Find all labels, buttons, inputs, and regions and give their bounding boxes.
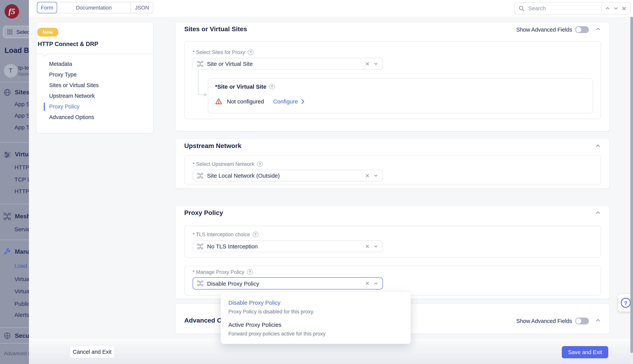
form-nav-card: New HTTP Connect & DRP Metadata Proxy Ty… (36, 22, 153, 133)
view-tabs: Form Documentation JSON (37, 2, 153, 13)
search-next-icon[interactable] (613, 6, 618, 11)
section-title: Sites or Virtual Sites (184, 26, 247, 33)
form-nav-item-proxy-policy[interactable]: Proxy Policy (49, 104, 80, 110)
chevron-right-icon (301, 99, 304, 104)
section-sites-card: Sites or Virtual Sites Show Advanced Fie… (175, 22, 610, 131)
sidebar-item: App S (15, 112, 29, 119)
clear-icon[interactable]: ✕ (365, 172, 370, 178)
sidebar-group-security: Secur (4, 332, 29, 340)
field-label: * Select Sites for Proxy ? (193, 50, 253, 55)
help-icon[interactable]: ? (257, 161, 263, 167)
nested-status-row: Not configured Configure (215, 98, 304, 105)
field-group-box: * Select Sites for Proxy ? Site or Virtu… (184, 41, 601, 119)
clear-icon[interactable]: ✕ (365, 280, 370, 286)
warning-icon (215, 98, 222, 105)
screen: f5 Select Load Ba T tp-te Name Sites App… (0, 0, 633, 364)
form-nav-item-sites[interactable]: Sites or Virtual Sites (49, 82, 99, 88)
form-nav-item-upstream[interactable]: Upstream Network (49, 93, 95, 99)
sidebar-group-sites: Sites (4, 88, 29, 96)
scrollbar-track[interactable] (630, 17, 633, 364)
sidebar-item: Virtua (15, 276, 29, 282)
field-label: * Select Upstream Network ? (193, 161, 263, 167)
collapse-section-icon[interactable] (596, 319, 600, 322)
sidebar-item: HTTP (15, 164, 29, 170)
question-icon: ? (621, 298, 631, 308)
mesh-ref-icon (197, 280, 203, 286)
collapse-section-icon[interactable] (596, 144, 600, 147)
sidebar-group-label: Secur (15, 332, 29, 339)
tab-form[interactable]: Form (37, 2, 57, 13)
sidebar-item: Public (15, 300, 29, 307)
sites-for-proxy-select[interactable]: Site or Virtual Site ✕ (193, 58, 383, 70)
save-button[interactable]: Save and Exit (562, 346, 608, 358)
search-input[interactable] (528, 5, 598, 12)
collapse-section-icon[interactable] (596, 28, 600, 30)
configure-link[interactable]: Configure (273, 98, 304, 104)
sidebar-item: Servic (15, 226, 29, 232)
chevron-down-icon[interactable] (373, 61, 378, 66)
clear-icon[interactable]: ✕ (365, 61, 370, 67)
status-text: Not configured (227, 98, 264, 104)
dropdown-option[interactable]: Active Proxy Policies (228, 322, 281, 328)
avatar: T (4, 64, 18, 78)
show-advanced-toggle[interactable] (575, 318, 589, 324)
tab-documentation[interactable]: Documentation (57, 2, 131, 13)
divider (37, 54, 154, 54)
field-group-box: * Manage Proxy Policy ? Disable Proxy Po… (184, 266, 601, 296)
clear-icon[interactable]: ✕ (365, 243, 370, 249)
workspace-subtitle: Name (18, 72, 29, 77)
field-group-box: * TLS Interception choice ? No TLS Inter… (184, 226, 601, 258)
dimmed-sidebar: f5 Select Load Ba T tp-te Name Sites App… (0, 0, 29, 364)
sidebar-footer-note: Advanced na (4, 351, 29, 356)
select-value: Site Local Network (Outside) (207, 172, 362, 179)
form-nav-item-advanced[interactable]: Advanced Options (49, 114, 94, 120)
divider (0, 82, 29, 82)
show-advanced-toggle[interactable] (575, 26, 589, 33)
connector-line (198, 70, 199, 95)
sidebar-item: App Tr (15, 124, 29, 130)
help-icon[interactable]: ? (248, 50, 253, 55)
help-icon[interactable]: ? (269, 84, 275, 90)
sidebar-group-virtual: Virtua (4, 150, 29, 158)
active-nav-indicator (44, 103, 45, 111)
search-prev-icon[interactable] (605, 6, 610, 11)
help-icon[interactable]: ? (247, 269, 253, 275)
connector-line (198, 94, 204, 95)
modal-topbar: Form Documentation JSON (29, 0, 633, 17)
section-title: Proxy Policy (184, 209, 223, 217)
dropdown-option-selected[interactable]: Disable Proxy Policy (228, 299, 280, 306)
scrollbar-thumb[interactable] (630, 17, 633, 353)
sidebar-item-active: Load Ba (15, 262, 29, 269)
search-close-icon[interactable] (621, 6, 626, 11)
section-upstream-card: Upstream Network * Select Upstream Netwo… (175, 138, 610, 189)
sidebar-item: HTTP (15, 188, 29, 194)
new-badge: New (37, 28, 58, 36)
upstream-network-select[interactable]: Site Local Network (Outside) ✕ (193, 170, 383, 182)
chevron-down-icon[interactable] (373, 173, 378, 178)
nested-title: *Site or Virtual Site ? (215, 83, 275, 90)
field-label: * TLS Interception choice ? (193, 232, 258, 237)
tls-interception-select[interactable]: No TLS Interception ✕ (193, 240, 383, 252)
sidebar-group-label: Virtua (15, 151, 29, 158)
manage-proxy-policy-select[interactable]: Disable Proxy Policy ✕ (193, 277, 383, 290)
form-nav-item-metadata[interactable]: Metadata (49, 61, 72, 67)
chevron-down-icon[interactable] (373, 244, 378, 249)
shield-icon (4, 332, 11, 340)
collapse-section-icon[interactable] (596, 211, 600, 214)
form-nav-item-proxy-type[interactable]: Proxy Type (49, 72, 77, 78)
sidebar-item: Alerts (15, 312, 29, 318)
search-icon (518, 5, 524, 12)
sidebar-heading: Load Ba (5, 46, 29, 55)
sidebar-group-label: Mesh (15, 213, 29, 220)
f5-logo: f5 (5, 4, 19, 19)
manage-proxy-policy-dropdown: Disable Proxy Policy Proxy Policy is dis… (221, 292, 411, 344)
config-modal: Form Documentation JSON (29, 0, 633, 364)
help-icon[interactable]: ? (252, 232, 258, 237)
cancel-button[interactable]: Cancel and Exit (69, 345, 115, 358)
tab-json[interactable]: JSON (131, 2, 153, 13)
section-proxy-policy-card: Proxy Policy * TLS Interception choice ?… (175, 206, 610, 299)
sidebar-group-label: Mana (15, 248, 29, 255)
chevron-up-icon[interactable] (373, 281, 378, 286)
mesh-ref-icon (197, 61, 203, 67)
sidebar-group-mesh: Mesh (4, 212, 29, 220)
